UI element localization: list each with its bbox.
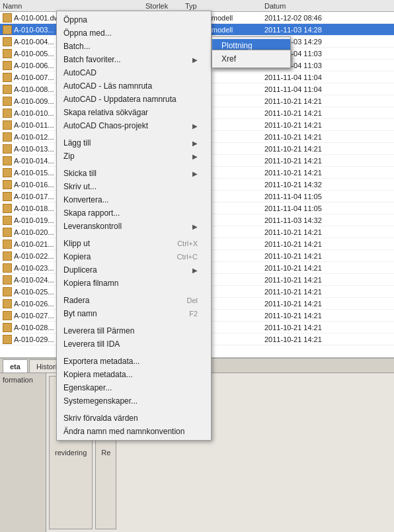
menu-item-label: AutoCAD <box>63 68 97 77</box>
file-icon <box>3 251 12 261</box>
file-icon <box>3 204 12 213</box>
file-date-cell: 2011-10-21 14:21 <box>264 288 357 296</box>
file-icon <box>3 275 12 285</box>
menu-item-label: Skapa relativa sökvägar <box>63 108 148 117</box>
menu-item[interactable]: RaderaDel <box>57 294 211 307</box>
file-name-text: A-010-026... <box>14 300 54 308</box>
menu-item[interactable]: Batch... <box>57 40 211 53</box>
menu-item[interactable]: Systemegenskaper... <box>57 394 211 408</box>
file-name-text: A-010-012... <box>14 133 54 141</box>
file-icon <box>3 323 12 332</box>
file-date-cell: 2011-11-04 11:04 <box>264 73 357 81</box>
file-date-cell: 2011-11-04 11:05 <box>264 193 357 200</box>
file-date-cell: 2011-11-03 14:28 <box>264 26 357 34</box>
file-icon <box>3 240 12 249</box>
menu-item-label: Ändra namn med namnkonvention <box>63 427 184 436</box>
menu-item[interactable]: Skapa rapport... <box>57 206 211 220</box>
file-name-text: A-010-007... <box>14 73 54 81</box>
file-name-text: A-010-020... <box>14 228 54 236</box>
menu-item[interactable]: Kopiera metadata... <box>57 368 211 381</box>
file-date-cell: 2011-10-21 14:21 <box>264 264 357 272</box>
submenu-item-xref[interactable]: Xref <box>212 52 290 66</box>
menu-item[interactable]: Öppna med... <box>57 26 211 40</box>
file-icon <box>3 287 12 296</box>
file-date-cell: 2011-10-21 14:21 <box>264 97 357 105</box>
file-date-cell: 2011-10-21 14:21 <box>264 157 357 165</box>
menu-item[interactable]: Ändra namn med namnkonvention <box>57 425 211 438</box>
file-date-cell: 2011-11-04 11:04 <box>264 85 357 93</box>
file-icon <box>3 85 12 94</box>
file-date-cell: 2011-11-03 14:32 <box>264 216 357 224</box>
menu-item[interactable]: KopieraCtrl+C <box>57 250 211 263</box>
file-name-text: A-010-009... <box>14 97 54 105</box>
file-icon <box>3 311 12 320</box>
menu-item[interactable]: Skriv ut... <box>57 180 211 193</box>
bottom-tab[interactable]: eta <box>3 359 28 373</box>
file-date-cell: 2011-10-21 14:21 <box>264 228 357 236</box>
menu-item-label: Öppna med... <box>63 28 112 38</box>
menu-item-label: Egenskaper... <box>63 383 112 392</box>
menu-item[interactable]: Skicka till▶ <box>57 167 211 180</box>
menu-item[interactable]: Leverera till IDA <box>57 337 211 351</box>
menu-item-shortcut: Ctrl+X <box>177 240 198 247</box>
menu-item-label: Batch favoriter... <box>63 55 121 64</box>
menu-item-label: AutoCAD - Uppdatera namnruta <box>63 95 177 104</box>
menu-item[interactable]: AutoCAD - Uppdatera namnruta <box>57 93 211 106</box>
menu-item-label: Systemegenskaper... <box>63 396 138 406</box>
file-name-text: A-010-004... <box>14 38 54 46</box>
file-name-text: A-010-013... <box>14 145 54 153</box>
menu-item[interactable]: Klipp utCtrl+X <box>57 237 211 250</box>
file-icon <box>3 25 12 34</box>
menu-item[interactable]: Skriv förvalda värden <box>57 412 211 425</box>
file-date-cell: 2011-10-21 14:21 <box>264 109 357 117</box>
menu-item[interactable]: Konvertera... <box>57 193 211 206</box>
file-icon <box>3 37 12 46</box>
menu-item[interactable]: Batch favoriter...▶ <box>57 53 211 66</box>
menu-item-label: Kopiera metadata... <box>63 370 133 379</box>
submenu-arrow-icon: ▶ <box>192 170 198 177</box>
menu-item-label: Leveranskontroll <box>63 222 122 231</box>
submenu-arrow-icon: ▶ <box>192 122 198 130</box>
file-icon <box>3 49 12 58</box>
menu-item-label: Skriv ut... <box>63 182 97 191</box>
submenu-arrow-icon: ▶ <box>192 140 198 147</box>
menu-item[interactable]: Skapa relativa sökvägar <box>57 106 211 119</box>
menu-item[interactable]: AutoCAD - Läs namnruta <box>57 79 211 93</box>
menu-item[interactable]: Lägg till▶ <box>57 136 211 150</box>
col-type-header: Typ <box>185 2 264 10</box>
menu-item[interactable]: Byt namnF2 <box>57 307 211 320</box>
menu-item-shortcut: Ctrl+C <box>177 253 198 261</box>
file-name-text: A-010-005... <box>14 50 54 58</box>
file-name-text: A-010-011... <box>14 121 54 129</box>
menu-item[interactable]: Leverera till Pärmen <box>57 324 211 337</box>
menu-item[interactable]: Leveranskontroll▶ <box>57 220 211 233</box>
file-icon <box>3 156 12 165</box>
menu-item[interactable]: Kopiera filnamn <box>57 277 211 290</box>
file-name-text: A-010-024... <box>14 276 54 284</box>
file-date-cell: 2011-12-02 08:46 <box>264 14 357 22</box>
menu-item[interactable]: Exportera metadata... <box>57 355 211 368</box>
menu-item[interactable]: Öppna <box>57 13 211 26</box>
file-date-cell: 2011-10-21 14:21 <box>264 276 357 284</box>
menu-item-label: Leverera till IDA <box>63 339 120 349</box>
menu-item-label: Radera <box>63 296 89 305</box>
submenu-arrow-icon: ▶ <box>192 153 198 160</box>
menu-item[interactable]: Duplicera▶ <box>57 263 211 277</box>
menu-item-label: Skriv förvalda värden <box>63 414 138 423</box>
submenu-arrow-icon: ▶ <box>192 223 198 230</box>
menu-item-shortcut: Del <box>186 296 198 304</box>
file-date-cell: 2011-10-21 14:21 <box>264 300 357 308</box>
bottom-left-panel: formation <box>0 373 46 532</box>
menu-item-label: AutoCAD Chaos-projekt <box>63 121 148 130</box>
menu-item[interactable]: Zip▶ <box>57 150 211 163</box>
menu-item[interactable]: Egenskaper... <box>57 381 211 394</box>
file-name-text: A-010-028... <box>14 324 54 332</box>
menu-item[interactable]: AutoCAD Chaos-projekt▶ <box>57 119 211 132</box>
file-date-cell: 2011-10-21 14:21 <box>264 240 357 248</box>
menu-item[interactable]: AutoCAD <box>57 66 211 79</box>
file-date-cell: 2011-10-21 14:21 <box>264 169 357 177</box>
file-date-cell: 2011-10-21 14:21 <box>264 145 357 153</box>
file-date-cell: 2011-10-21 14:32 <box>264 181 357 189</box>
menu-item-label: Batch... <box>63 42 91 51</box>
menu-item-label: Zip <box>63 152 75 161</box>
